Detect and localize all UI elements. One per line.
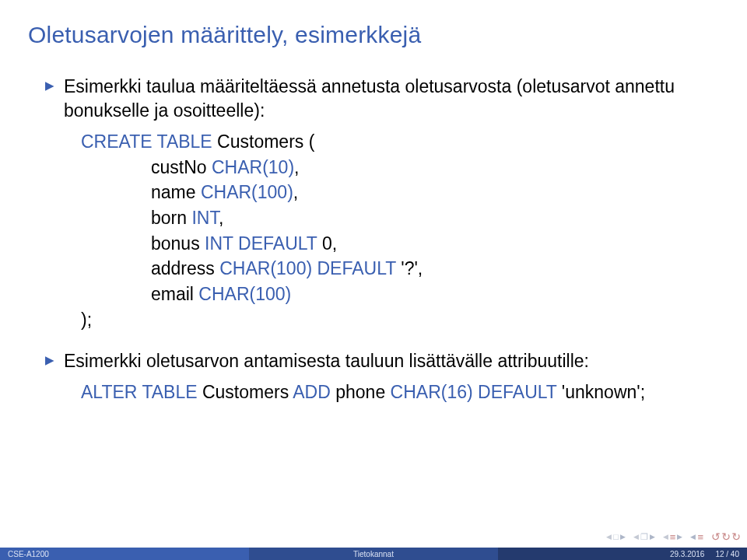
nav-prev-icon: ◀ xyxy=(606,533,612,541)
footer-date: 29.3.2016 xyxy=(670,550,705,558)
nav-equiv-icon: ≡ xyxy=(670,531,676,543)
nav-back-arc-icon: ↺ xyxy=(711,530,721,543)
keyword: CHAR(100) xyxy=(198,284,291,304)
code-text: phone xyxy=(331,382,391,402)
code-text: Customers ( xyxy=(212,131,315,152)
code-line: email CHAR(100) xyxy=(81,282,719,307)
nav-second-group[interactable]: ◀ ❐ ▶ xyxy=(633,532,655,542)
bullet-text-2: Esimerkki oletusarvon antamisesta tauluu… xyxy=(64,349,589,373)
code-line: custNo CHAR(10), xyxy=(81,155,719,180)
code-text: custNo xyxy=(151,157,212,177)
bullet-triangle-icon: ▶ xyxy=(45,349,54,371)
code-text: email xyxy=(151,284,198,304)
nav-frame-icon: □ xyxy=(613,532,619,541)
keyword: CHAR(100) DEFAULT xyxy=(219,258,396,278)
nav-toolbar: ◀ □ ▶ ◀ ❐ ▶ ◀ ≡ ▶ ◀ ≡ ↺ ↺ ↺ xyxy=(606,526,741,548)
content-area: ▶ Esimerkki taulua määriteltäessä annetu… xyxy=(28,75,719,405)
nav-third-group[interactable]: ◀ ≡ ▶ xyxy=(663,531,683,543)
footer-course: CSE-A1200 xyxy=(0,548,249,560)
code-line-alter: ALTER TABLE Customers ADD phone CHAR(16)… xyxy=(81,380,719,405)
nav-prev-icon: ◀ xyxy=(663,533,668,541)
nav-fourth-group[interactable]: ◀ ≡ xyxy=(690,531,703,543)
nav-equiv-icon: ≡ xyxy=(697,531,703,543)
slide: Oletusarvojen määrittely, esimerkkejä ▶ … xyxy=(0,0,747,560)
nav-prev-icon: ◀ xyxy=(690,533,696,541)
bullet-text-1: Esimerkki taulua määriteltäessä annetust… xyxy=(64,75,719,123)
keyword: ADD xyxy=(293,382,331,402)
code-text: , xyxy=(293,182,298,202)
nav-prev-icon: ◀ xyxy=(633,533,639,541)
code-text: address xyxy=(151,258,219,278)
nav-fwd-arc-icon: ↺ xyxy=(721,530,731,543)
code-text: name xyxy=(151,182,201,202)
footer-right: 29.3.2016 12 / 40 xyxy=(498,548,747,560)
keyword: CHAR(16) DEFAULT xyxy=(391,382,557,402)
keyword: CHAR(10) xyxy=(212,157,294,177)
bullet-triangle-icon: ▶ xyxy=(45,75,54,96)
keyword: CREATE TABLE xyxy=(81,131,212,152)
code-text: , xyxy=(294,157,299,177)
code-line: born INT, xyxy=(81,205,719,231)
footer-title: Tietokannat xyxy=(249,548,498,560)
code-text: ); xyxy=(81,310,92,330)
code-line: CREATE TABLE Customers ( xyxy=(81,129,719,155)
slide-title: Oletusarvojen määrittely, esimerkkejä xyxy=(28,22,719,48)
code-line: ); xyxy=(81,307,719,333)
code-text: '?', xyxy=(396,258,423,278)
nav-fwd-arc-icon: ↺ xyxy=(731,530,741,543)
code-text: , xyxy=(219,208,223,228)
nav-first-group[interactable]: ◀ □ ▶ xyxy=(606,532,626,541)
code-line: name CHAR(100), xyxy=(81,180,719,205)
code-text: Customers xyxy=(198,382,293,402)
nav-next-icon: ▶ xyxy=(620,533,626,541)
code-line: bonus INT DEFAULT 0, xyxy=(81,231,719,257)
code-block-create: CREATE TABLE Customers ( custNo CHAR(10)… xyxy=(81,129,719,332)
code-text: bonus xyxy=(151,233,205,254)
keyword: ALTER TABLE xyxy=(81,382,198,402)
footer: CSE-A1200 Tietokannat 29.3.2016 12 / 40 xyxy=(0,548,747,560)
nav-section-icon: ❐ xyxy=(640,532,648,542)
code-text: 0, xyxy=(317,233,338,254)
keyword: INT xyxy=(191,208,219,228)
bullet-item-2: ▶ Esimerkki oletusarvon antamisesta taul… xyxy=(45,349,719,373)
code-text: born xyxy=(151,208,191,228)
code-line: address CHAR(100) DEFAULT '?', xyxy=(81,256,719,282)
footer-page: 12 / 40 xyxy=(715,550,739,558)
keyword: CHAR(100) xyxy=(201,182,293,202)
keyword: INT DEFAULT xyxy=(205,233,317,254)
nav-next-icon: ▶ xyxy=(677,533,682,541)
nav-next-icon: ▶ xyxy=(650,533,655,541)
bullet-item-1: ▶ Esimerkki taulua määriteltäessä annetu… xyxy=(45,75,719,123)
code-text: 'unknown'; xyxy=(556,382,645,402)
nav-circ-group[interactable]: ↺ ↺ ↺ xyxy=(711,530,741,543)
